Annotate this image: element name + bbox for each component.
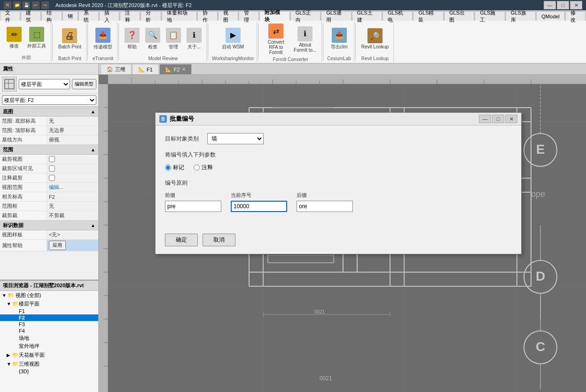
3d-icon: 📁	[12, 361, 19, 367]
section-fanwei[interactable]: 范围 ▲	[0, 145, 98, 155]
tab-collaborate[interactable]: 协作	[197, 11, 218, 21]
arrow-ditu: ▲	[91, 109, 95, 114]
dialog-title: 批量编号	[170, 115, 194, 123]
quick-access-1[interactable]: 📁	[13, 1, 21, 9]
check-btn[interactable]: 🔍 检查	[143, 27, 162, 51]
tab-f2-view[interactable]: 📐 F2 ✕	[159, 64, 192, 74]
tab-insert[interactable]: 插入	[99, 11, 119, 21]
toggle-views[interactable]: ▼	[2, 293, 8, 298]
tab-structure[interactable]: 结构	[41, 11, 62, 21]
external-tools-btn[interactable]: ⬚ 外部工具	[25, 26, 48, 50]
anno-clip-checkbox[interactable]	[49, 175, 55, 181]
close-btn[interactable]: ✕	[570, 1, 582, 9]
current-input[interactable]	[231, 201, 287, 212]
modify-btn[interactable]: ✏ 修改	[5, 26, 23, 50]
radio-mark-input[interactable]	[165, 165, 171, 171]
clip-visible-checkbox[interactable]	[49, 165, 55, 172]
suffix-input[interactable]	[297, 201, 353, 212]
tab-addins[interactable]: 附加模块	[259, 11, 289, 21]
tab-view[interactable]: 视图	[218, 11, 238, 21]
tree-row-f2[interactable]: F2	[0, 314, 98, 321]
tree-row-floor-plans[interactable]: ▼ 📁 楼层平面	[0, 300, 98, 308]
view-type-select[interactable]: 楼层平面	[19, 79, 70, 89]
floor-level-select[interactable]: 楼层平面: F2	[2, 95, 96, 105]
about-formit-btn[interactable]: ℹ About FormIt to...	[291, 25, 319, 54]
export-clm-btn[interactable]: 📤 导出clm	[329, 27, 350, 51]
tab-steel[interactable]: 钢	[63, 11, 78, 21]
manage-btn[interactable]: 📋 管理	[164, 27, 183, 51]
tree-row-3d[interactable]: ▼ 📁 三维视图	[0, 360, 98, 368]
apply-btn[interactable]: 应用	[49, 241, 66, 250]
sep-6	[323, 24, 323, 60]
tree-row-f4[interactable]: F4	[0, 328, 98, 334]
clip-view-checkbox[interactable]	[49, 156, 55, 162]
edit-type-btn[interactable]: 编辑类型	[72, 79, 96, 89]
dialog-maximize-btn[interactable]: □	[492, 115, 504, 123]
radio-note-input[interactable]	[194, 165, 200, 171]
tree-row-views[interactable]: ▼ 📁 视图 (全部)	[0, 291, 98, 299]
tab-analyze[interactable]: 分析	[141, 11, 161, 21]
dialog-minimize-btn[interactable]: —	[479, 115, 491, 123]
toggle-ceiling[interactable]: ▶	[7, 353, 12, 358]
section-ditu[interactable]: 底图 ▲	[0, 107, 98, 117]
batch-print-btn[interactable]: 🖨 Batch Print	[56, 27, 83, 50]
tab-gls6[interactable]: GLS出图	[444, 11, 474, 21]
tree-row-site[interactable]: 场地	[0, 334, 98, 342]
quick-access-3[interactable]: ↩	[32, 1, 39, 9]
prop-clip-visible-value[interactable]	[47, 164, 98, 173]
radio-mark[interactable]: 标记	[165, 164, 184, 172]
tab-f2-close[interactable]: ✕	[182, 67, 186, 72]
target-select[interactable]: 墙 门 窗 柱 梁	[207, 133, 264, 144]
tab-gls2[interactable]: GLS通用	[321, 11, 351, 21]
tab-3d-view[interactable]: 🏠 三维	[101, 64, 132, 74]
dialog-close-btn[interactable]: ✕	[505, 115, 517, 123]
tab-architecture[interactable]: 建筑	[21, 11, 41, 21]
quick-access-2[interactable]: 💾	[23, 1, 30, 9]
prop-anno-clip-value[interactable]	[47, 173, 98, 182]
tree-row-outdoor[interactable]: 室外地坪	[0, 342, 98, 350]
tab-gls1[interactable]: GLS正向	[290, 11, 320, 21]
tab-gls5[interactable]: GLS精装	[413, 11, 443, 21]
tab-file[interactable]: 文件	[0, 11, 20, 21]
cancel-btn[interactable]: 取消	[203, 234, 235, 246]
tree-row-f1[interactable]: F1	[0, 308, 98, 314]
toggle-3d[interactable]: ▼	[7, 361, 12, 367]
tree-row-f3[interactable]: F3	[0, 321, 98, 328]
tab-modify[interactable]: 修改	[565, 11, 586, 21]
tree-row-3d-default[interactable]: {3D}	[0, 368, 98, 375]
help-mr-btn[interactable]: ❓ 帮助	[123, 27, 141, 51]
tab-gls4[interactable]: GLS机电	[383, 11, 413, 21]
etransmit-items: 📤 传递模型	[92, 23, 114, 55]
quick-access-4[interactable]: ↪	[41, 1, 49, 9]
convert-rfa-btn[interactable]: ⇄ Convert RFA to FormIt	[262, 23, 289, 56]
tab-gls3[interactable]: GLS土建	[352, 11, 382, 21]
section-identity[interactable]: 标识数据 ▲	[0, 220, 98, 230]
toggle-floor-plans[interactable]: ▼	[7, 301, 12, 306]
transmit-model-btn[interactable]: 📤 传递模型	[92, 27, 114, 51]
tab-f1-view[interactable]: 📐 F1	[132, 64, 159, 74]
prop-help[interactable]: 属性帮助 应用	[0, 240, 98, 251]
about-mr-btn[interactable]: ℹ 关于...	[185, 27, 203, 51]
tab-massing[interactable]: 体量和场地	[162, 11, 197, 21]
tab-qmodel[interactable]: QModel	[536, 11, 565, 21]
maximize-btn[interactable]: □	[557, 1, 569, 9]
prop-help-value[interactable]: 应用	[47, 240, 98, 251]
tree-row-ceiling[interactable]: ▶ 📁 天花板平面	[0, 351, 98, 359]
floor-plan-icon	[4, 78, 15, 90]
confirm-btn[interactable]: 确定	[165, 234, 198, 246]
radio-note[interactable]: 注释	[194, 164, 213, 172]
minimize-btn[interactable]: —	[544, 1, 556, 9]
tab-systems[interactable]: 系统	[78, 11, 99, 21]
tab-gls8[interactable]: GLS族库	[506, 11, 536, 21]
tab-annotate[interactable]: 注释	[120, 11, 140, 21]
revit-lookup-btn[interactable]: 🔎 Revit Lookup	[359, 27, 391, 50]
sep-4	[208, 24, 208, 60]
tab-gls7[interactable]: GLS施工	[475, 11, 505, 21]
start-wsm-btn[interactable]: ▶ 启动 WSM	[220, 27, 246, 51]
cesium-group-label: CesiumLab	[327, 56, 351, 61]
view-range-link[interactable]: 编辑...	[49, 184, 63, 191]
prefix-input[interactable]	[165, 201, 221, 212]
prop-view-range-value[interactable]: 编辑...	[47, 183, 98, 192]
prop-clip-view-value[interactable]	[47, 155, 98, 164]
tab-manage[interactable]: 管理	[239, 11, 259, 21]
